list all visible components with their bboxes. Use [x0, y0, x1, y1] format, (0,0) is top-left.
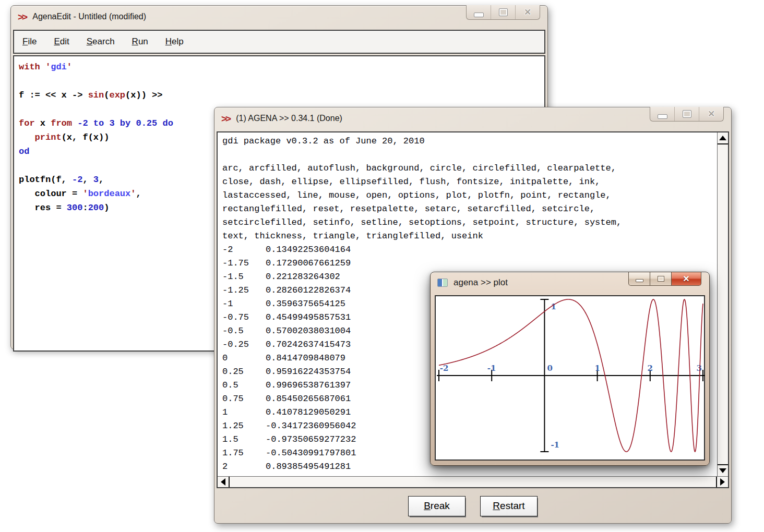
maximize-button[interactable] — [491, 5, 515, 19]
close-button[interactable]: ✕ — [672, 272, 701, 286]
minimize-button[interactable] — [467, 5, 491, 19]
arrow-down-icon — [719, 468, 726, 473]
menu-item-run[interactable]: Run — [132, 37, 148, 47]
plot-title: agena >> plot — [453, 277, 508, 288]
agenaedit-title: AgenaEdit - Untitled (modified) — [32, 12, 146, 21]
svg-text:3: 3 — [697, 364, 702, 373]
code-line: with 'gdi' — [19, 60, 540, 74]
desktop: { "editor_window": { "icon": ">>", "titl… — [0, 0, 764, 532]
console-line: text, thickness, triangle, trianglefille… — [222, 229, 712, 243]
menu-item-file[interactable]: File — [22, 37, 37, 47]
scroll-up-button[interactable] — [718, 132, 728, 144]
close-button[interactable]: ✕ — [515, 5, 540, 19]
maximize-button[interactable] — [674, 107, 699, 121]
scroll-left-button[interactable] — [218, 477, 230, 487]
minimize-button[interactable] — [628, 272, 650, 286]
console-window-controls: ✕ — [650, 107, 724, 122]
plot-window: agena >> plot ✕ -2-101231-1 — [430, 272, 710, 466]
svg-text:-1: -1 — [551, 440, 559, 450]
arrow-left-icon — [221, 478, 225, 486]
plot-titlebar[interactable]: agena >> plot ✕ — [431, 272, 709, 293]
maximize-icon — [658, 276, 664, 282]
minimize-icon — [636, 279, 643, 282]
close-icon: ✕ — [524, 8, 531, 17]
result-row: -1.750.17290067661259 — [222, 257, 712, 270]
console-line — [222, 148, 712, 162]
menu-item-edit[interactable]: Edit — [54, 37, 69, 47]
svg-text:0: 0 — [547, 364, 552, 373]
agena-logo-icon: >> — [221, 114, 230, 124]
console-line: gdi package v0.3.2 as of June 20, 2010 — [222, 135, 712, 148]
horizontal-scrollbar[interactable] — [218, 476, 728, 487]
result-row: -20.13492253604164 — [222, 243, 712, 257]
close-button[interactable]: ✕ — [699, 107, 723, 121]
restart-button[interactable]: Restart — [480, 496, 538, 516]
maximize-icon — [499, 8, 508, 16]
vertical-scrollbar[interactable] — [717, 132, 728, 476]
console-line: arc, arcfilled, autoflush, background, c… — [222, 162, 712, 175]
agena-logo-icon: >> — [18, 12, 26, 22]
console-button-bar: BreakRestart — [214, 490, 731, 522]
close-icon: ✕ — [683, 275, 689, 283]
plot-app-icon — [437, 279, 448, 287]
close-icon: ✕ — [708, 110, 715, 118]
svg-text:2: 2 — [648, 364, 653, 373]
scroll-right-button[interactable] — [716, 477, 728, 487]
code-line: f := << x -> sin(exp(x)) >> — [19, 88, 540, 102]
arrow-up-icon — [719, 136, 726, 140]
plot-window-controls: ✕ — [628, 272, 701, 286]
svg-text:1: 1 — [594, 364, 600, 373]
scroll-down-button[interactable] — [718, 464, 728, 476]
maximize-icon — [683, 110, 691, 118]
menu-bar: FileEditSearchRunHelp — [13, 30, 545, 54]
break-button[interactable]: Break — [408, 496, 465, 516]
menu-item-search[interactable]: Search — [87, 37, 115, 47]
svg-text:-1: -1 — [487, 364, 496, 373]
console-line: setcirclefilled, setinfo, setline, setop… — [222, 216, 712, 229]
console-title: (1) AGENA >> 0.34.1 (Done) — [236, 114, 342, 123]
console-line: rectanglefilled, reset, resetpalette, se… — [222, 202, 712, 216]
code-line — [19, 74, 540, 88]
maximize-button[interactable] — [650, 272, 672, 286]
arrow-right-icon — [720, 478, 725, 486]
minimize-icon — [474, 13, 484, 17]
minimize-icon — [658, 114, 667, 119]
minimize-button[interactable] — [650, 107, 674, 121]
function-plot: -2-101231-1 — [436, 296, 706, 462]
console-line: close, dash, ellipse, ellipsefilled, flu… — [222, 175, 712, 189]
menu-item-help[interactable]: Help — [165, 37, 184, 47]
console-line: lastaccessed, line, mouse, open, options… — [222, 189, 712, 202]
plot-canvas: -2-101231-1 — [435, 295, 705, 461]
console-titlebar[interactable]: >> (1) AGENA >> 0.34.1 (Done) ✕ — [214, 107, 731, 129]
agenaedit-titlebar[interactable]: >> AgenaEdit - Untitled (modified) ✕ — [11, 6, 547, 28]
agenaedit-window-controls: ✕ — [466, 5, 540, 20]
